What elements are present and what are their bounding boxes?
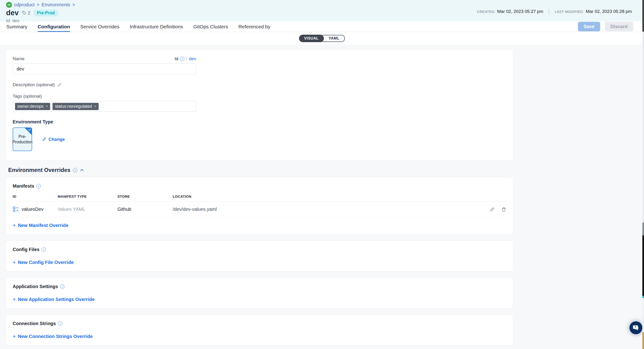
tags-input[interactable]: owner:devops × status:nonregulated ×	[13, 101, 196, 112]
manifest-id: valuesDev	[22, 207, 43, 212]
chat-bubbles-icon: ?	[633, 325, 639, 331]
manifests-card: Manifests i ID MANIFEST TYPE STORE LOCAT…	[6, 177, 513, 235]
tags-label: Tags (optional)	[13, 94, 506, 99]
description-label: Description (optional)	[13, 82, 55, 87]
modified-label: LAST MODIFIED:	[555, 9, 584, 13]
tab-configuration[interactable]: Configuration	[38, 21, 70, 32]
manifest-store: Github	[118, 207, 173, 212]
visual-toggle-button[interactable]: VISUAL	[299, 35, 324, 42]
column-manifest-type: MANIFEST TYPE	[58, 194, 118, 198]
tab-summary[interactable]: Summary	[6, 21, 28, 32]
new-manifest-override-label: New Manifest Override	[18, 223, 68, 228]
config-files-title: Config Files	[13, 247, 39, 252]
manifest-type: Values YAML	[58, 207, 118, 212]
edit-description-icon[interactable]	[57, 83, 62, 87]
breadcrumb-project-link[interactable]: cdproduct	[14, 2, 35, 7]
tab-infrastructure-definitions[interactable]: Infrastructure Definitions	[130, 21, 183, 32]
name-row: Name Id i : dev	[13, 56, 196, 61]
yaml-toggle-button[interactable]: YAML	[324, 35, 344, 42]
environment-overrides-title: Environment Overrides	[8, 167, 70, 173]
new-application-settings-override-link[interactable]: + New Application Settings Override	[13, 297, 95, 302]
change-label: Change	[48, 137, 65, 142]
breadcrumb-separator: >	[37, 2, 40, 7]
page-title: dev	[6, 9, 18, 17]
new-application-settings-override-label: New Application Settings Override	[18, 297, 94, 302]
config-files-title-row: Config Files i	[13, 247, 506, 252]
breadcrumb-separator: >	[72, 2, 75, 7]
new-manifest-override-link[interactable]: + New Manifest Override	[13, 223, 68, 228]
application-settings-title-row: Application Settings i	[13, 284, 506, 289]
column-id: ID	[13, 194, 58, 198]
plus-icon: +	[13, 334, 16, 339]
column-location: LOCATION	[173, 194, 476, 198]
connection-strings-title-row: Connection Strings i	[13, 321, 506, 326]
manifest-row: valuesDev Values YAML Github /dev/dev-va…	[13, 202, 506, 217]
change-env-type-link[interactable]: Change	[42, 137, 65, 142]
name-input[interactable]: dev	[13, 63, 196, 74]
new-config-file-override-label: New Config File Override	[18, 260, 74, 265]
question-mark-icon: ?	[633, 325, 638, 329]
info-icon[interactable]: i	[42, 247, 46, 252]
column-store: STORE	[118, 194, 173, 198]
main-content: Name Id i : dev dev Description (optiona…	[0, 44, 644, 349]
env-type-badge: Pre-Prod	[34, 9, 58, 16]
tag-count-value: 2	[28, 10, 30, 16]
visual-yaml-toggle: VISUAL YAML	[299, 35, 345, 42]
harness-cd-logo-icon: ∞	[6, 2, 12, 8]
breadcrumb-environments-link[interactable]: Environments	[42, 2, 70, 7]
pencil-icon	[490, 207, 495, 212]
trash-icon	[501, 207, 506, 212]
help-chat-button[interactable]: ?	[630, 321, 642, 334]
new-connection-strings-override-link[interactable]: + New Connection Strings Override	[13, 334, 92, 339]
application-settings-card: Application Settings i + New Application…	[6, 278, 513, 309]
delete-manifest-button[interactable]	[501, 207, 506, 212]
id-chip: Id i : dev	[174, 56, 196, 61]
page-header: ∞ cdproduct > Environments > dev 2 Pre-P…	[0, 0, 644, 21]
edit-manifest-button[interactable]	[490, 207, 495, 212]
pencil-icon	[42, 137, 46, 141]
view-toggle-row: VISUAL YAML	[0, 32, 644, 44]
info-icon[interactable]: i	[73, 168, 77, 172]
new-connection-strings-override-label: New Connection Strings Override	[18, 334, 92, 339]
application-settings-title: Application Settings	[13, 284, 58, 289]
created-modified-meta: CREATED: Mar 02, 2023 05:27 pm LAST MODI…	[477, 8, 632, 14]
plus-icon: +	[13, 260, 16, 265]
remove-tag-icon[interactable]: ×	[94, 104, 96, 108]
tag-chip-label: status:nonregulated	[55, 104, 92, 109]
info-icon[interactable]: i	[36, 184, 41, 188]
breadcrumb: ∞ cdproduct > Environments >	[6, 2, 633, 8]
tab-gitops-clusters[interactable]: GitOps Clusters	[193, 21, 228, 32]
environment-type-label: Environment Type	[13, 119, 506, 125]
manifests-table-header: ID MANIFEST TYPE STORE LOCATION	[13, 194, 506, 202]
tag-chip-label: owner:devops	[17, 104, 44, 109]
connection-strings-title: Connection Strings	[13, 321, 56, 326]
manifest-row-actions	[476, 207, 506, 212]
scrollbar[interactable]	[642, 0, 644, 349]
tag-count: 2	[22, 10, 30, 16]
manifest-location: /dev/dev-values.yaml	[173, 207, 476, 212]
info-icon[interactable]: i	[58, 321, 62, 326]
tag-chip: owner:devops ×	[15, 103, 50, 110]
environment-type-card[interactable]: Pre-Production	[13, 127, 32, 151]
check-icon	[28, 128, 31, 131]
collapse-chevron-up-icon[interactable]	[80, 168, 84, 172]
tag-icon	[22, 10, 26, 15]
manifest-icon	[13, 206, 19, 212]
new-config-file-override-link[interactable]: + New Config File Override	[13, 260, 74, 265]
plus-icon: +	[13, 297, 16, 302]
info-icon[interactable]: i	[180, 57, 184, 61]
tab-referenced-by[interactable]: Referenced by	[238, 21, 270, 32]
tab-service-overrides[interactable]: Service Overrides	[80, 21, 120, 32]
meta-divider	[549, 8, 549, 14]
id-prefix: Id	[174, 56, 178, 61]
manifest-id-cell: valuesDev	[13, 206, 58, 212]
remove-tag-icon[interactable]: ×	[46, 104, 48, 108]
id-separator: :	[186, 56, 187, 61]
created-value: Mar 02, 2023 05:27 pm	[497, 9, 543, 14]
info-icon[interactable]: i	[60, 284, 64, 289]
id-value-link[interactable]: dev	[189, 56, 196, 61]
name-label: Name	[13, 56, 24, 61]
modified-value: Mar 02, 2023 05:28 pm	[586, 9, 632, 14]
environment-details-card: Name Id i : dev dev Description (optiona…	[6, 49, 513, 161]
config-files-card: Config Files i + New Config File Overrid…	[6, 241, 513, 272]
